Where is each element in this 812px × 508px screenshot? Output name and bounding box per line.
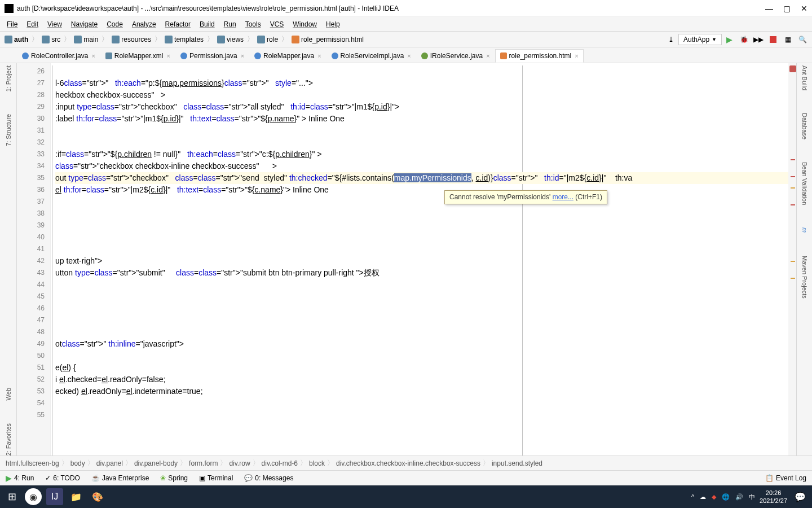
tab-permission[interactable]: Permission.java× [175, 49, 249, 63]
right-tool-window-bar: Ant Build Database Bean Validation m Mav… [796, 63, 812, 456]
tray-icon[interactable]: ◆ [712, 493, 716, 501]
taskbar-notification[interactable]: 💬 [792, 488, 809, 505]
windows-start-button[interactable]: ⊞ [3, 488, 20, 505]
menu-edit[interactable]: Edit [23, 19, 42, 29]
nav-seg[interactable]: html.fullscreen-bg [6, 459, 59, 467]
tab-rolemapper-xml[interactable]: RoleMapper.xml× [100, 49, 175, 63]
tool-maven-icon[interactable]: m [801, 227, 808, 233]
tray-volume-icon[interactable]: 🔊 [735, 493, 743, 501]
tray-network-icon[interactable]: 🌐 [722, 493, 730, 501]
menu-navigate[interactable]: Navigate [68, 19, 101, 29]
close-icon[interactable]: × [407, 52, 411, 59]
menu-code[interactable]: Code [103, 19, 126, 29]
left-tool-window-bar: 1: Project 7: Structure Web 2: Favorites [0, 63, 17, 456]
menu-window[interactable]: Window [289, 19, 320, 29]
tool-web[interactable]: Web [5, 388, 12, 400]
coverage-button[interactable]: ▶▶ [753, 34, 764, 45]
editor-tabs: RoleController.java× RoleMapper.xml× Per… [0, 47, 812, 63]
window-title: auth [D:\workspace\ideaworkspace\auth] -… [17, 5, 765, 12]
tool-messages[interactable]: 💬0: Messages [244, 474, 293, 482]
breadcrumb: auth〉 src〉 main〉 resources〉 templates〉 v… [2, 34, 366, 45]
menu-build[interactable]: Build [196, 19, 218, 29]
stop-button[interactable] [767, 34, 779, 45]
breadcrumb-item[interactable]: views [215, 34, 246, 45]
error-stripe[interactable] [788, 63, 796, 456]
line-gutter: 2627282930313233343536373839404142434445… [17, 63, 51, 456]
tool-database[interactable]: Database [801, 113, 808, 139]
nav-seg[interactable]: div.panel-body [134, 459, 178, 467]
project-structure-icon[interactable]: ▦ [782, 34, 793, 45]
nav-seg[interactable]: div.checkbox.checkbox-inline.checkbox-su… [336, 459, 480, 467]
taskbar-clock[interactable]: 20:26 2021/2/27 [760, 489, 787, 505]
system-tray[interactable]: ^ ☁ ◆ 🌐 🔊 中 [691, 493, 755, 501]
tooltip-more-link[interactable]: more... [553, 193, 573, 201]
close-icon[interactable]: × [241, 52, 244, 59]
breadcrumb-item[interactable]: role [255, 34, 280, 45]
run-config-dropdown[interactable]: AuthApp ▼ [678, 34, 722, 45]
code-editor[interactable]: 2627282930313233343536373839404142434445… [17, 63, 796, 456]
tool-javaee[interactable]: ☕Java Enterprise [91, 474, 149, 482]
menu-analyze[interactable]: Analyze [129, 19, 160, 29]
tray-chevron-icon[interactable]: ^ [691, 493, 694, 500]
inspection-tooltip: Cannot resolve 'myPermissionids' more...… [444, 190, 607, 204]
tool-antbuild[interactable]: Ant Build [801, 65, 808, 90]
nav-seg[interactable]: div.col-md-6 [262, 459, 298, 467]
tab-role-permission-html[interactable]: role_permission.html× [495, 49, 584, 63]
code-area[interactable]: l-6class="str">" th:each="p:${map.permis… [51, 63, 788, 456]
close-button[interactable]: ✕ [801, 4, 807, 13]
search-icon[interactable]: 🔍 [797, 34, 808, 45]
windows-taskbar: ⊞ ◉ IJ 📁 🎨 ^ ☁ ◆ 🌐 🔊 中 20:26 2021/2/27 💬 [0, 485, 812, 508]
nav-seg[interactable]: div.row [229, 459, 250, 467]
taskbar-chrome[interactable]: ◉ [25, 488, 42, 505]
tool-spring[interactable]: ❀Spring [160, 474, 188, 482]
tool-terminal[interactable]: ▣Terminal [199, 474, 233, 482]
tab-rolecontroller[interactable]: RoleController.java× [17, 49, 100, 63]
breadcrumb-item[interactable]: main [72, 34, 100, 45]
minimize-button[interactable]: — [765, 4, 773, 13]
menu-vcs[interactable]: VCS [267, 19, 288, 29]
tool-favorites[interactable]: 2: Favorites [5, 423, 12, 456]
nav-seg[interactable]: div.panel [96, 459, 123, 467]
run-button[interactable]: ▶ [723, 34, 735, 45]
menu-file[interactable]: File [3, 19, 21, 29]
taskbar-intellij[interactable]: IJ [46, 488, 63, 505]
tool-run[interactable]: ▶4: Run [6, 474, 34, 483]
tray-icon[interactable]: ☁ [700, 493, 706, 501]
breadcrumb-item[interactable]: role_permission.html [289, 34, 366, 45]
menu-bar: File Edit View Navigate Code Analyze Ref… [0, 17, 812, 32]
nav-seg[interactable]: input.send.styled [492, 459, 542, 467]
tab-rolemapper-java[interactable]: RoleMapper.java× [249, 49, 326, 63]
close-icon[interactable]: × [575, 52, 578, 59]
nav-seg[interactable]: form.form [189, 459, 218, 467]
tool-beanvalidation[interactable]: Bean Validation [801, 162, 808, 205]
breadcrumb-item[interactable]: resources [109, 34, 153, 45]
build-icon[interactable]: ⤓ [665, 34, 677, 45]
taskbar-app[interactable]: 🎨 [89, 488, 106, 505]
close-icon[interactable]: × [317, 52, 321, 59]
tool-project[interactable]: 1: Project [5, 65, 12, 91]
tool-eventlog[interactable]: 📋Event Log [765, 474, 806, 482]
tool-maven[interactable]: Maven Projects [801, 256, 808, 299]
menu-tools[interactable]: Tools [242, 19, 264, 29]
close-icon[interactable]: × [91, 52, 95, 59]
tray-ime-icon[interactable]: 中 [749, 493, 755, 501]
nav-seg[interactable]: body [70, 459, 85, 467]
breadcrumb-item[interactable]: templates [162, 34, 206, 45]
menu-refactor[interactable]: Refactor [162, 19, 194, 29]
tab-iroleservice[interactable]: IRoleService.java× [416, 49, 495, 63]
debug-button[interactable]: 🐞 [738, 34, 749, 45]
tool-todo[interactable]: ✓6: TODO [45, 474, 80, 482]
tool-structure[interactable]: 7: Structure [5, 114, 12, 146]
structure-breadcrumb: html.fullscreen-bg〉 body〉 div.panel〉 div… [0, 456, 812, 470]
taskbar-explorer[interactable]: 📁 [68, 488, 85, 505]
close-icon[interactable]: × [486, 52, 489, 59]
maximize-button[interactable]: ▢ [783, 4, 791, 13]
nav-seg[interactable]: block [309, 459, 325, 467]
close-icon[interactable]: × [167, 52, 170, 59]
breadcrumb-item[interactable]: auth [2, 34, 30, 45]
tab-roleserviceimpl[interactable]: RoleServiceImpl.java× [326, 49, 416, 63]
menu-run[interactable]: Run [220, 19, 240, 29]
menu-help[interactable]: Help [323, 19, 343, 29]
menu-view[interactable]: View [44, 19, 65, 29]
breadcrumb-item[interactable]: src [39, 34, 63, 45]
